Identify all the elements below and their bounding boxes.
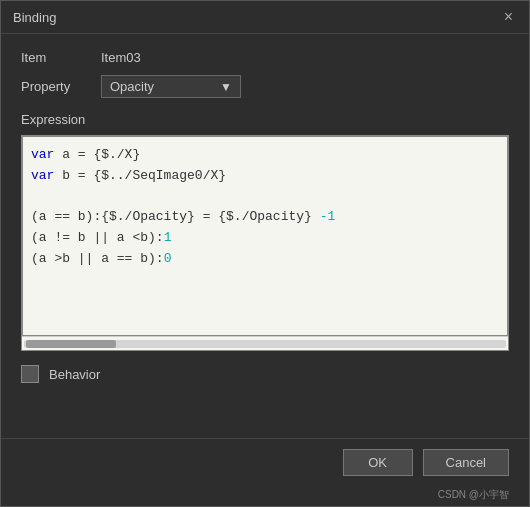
dialog-content: Item Item03 Property Opacity ▼ Expressio… bbox=[1, 34, 529, 438]
expression-section-label: Expression bbox=[21, 112, 509, 127]
expr-line-4: (a == b):{$./Opacity} = {$./Opacity} -1 bbox=[31, 207, 499, 228]
horizontal-scrollbar[interactable] bbox=[22, 336, 508, 350]
expression-editor-container: var a = {$./X} var b = {$../SeqImage0/X}… bbox=[21, 135, 509, 351]
property-row: Property Opacity ▼ bbox=[21, 75, 509, 98]
expr-line-2: var b = {$../SeqImage0/X} bbox=[31, 166, 499, 187]
expr-line-5: (a != b || a <b):1 bbox=[31, 228, 499, 249]
chevron-down-icon: ▼ bbox=[220, 80, 232, 94]
expr-line-3 bbox=[31, 187, 499, 208]
close-button[interactable]: × bbox=[500, 9, 517, 25]
property-label: Property bbox=[21, 79, 101, 94]
behavior-row: Behavior bbox=[21, 365, 509, 383]
item-row: Item Item03 bbox=[21, 50, 509, 65]
item-label: Item bbox=[21, 50, 101, 65]
expr-line-7 bbox=[31, 270, 499, 291]
behavior-label: Behavior bbox=[49, 367, 100, 382]
scrollbar-thumb[interactable] bbox=[26, 340, 116, 348]
button-row: OK Cancel bbox=[1, 438, 529, 486]
behavior-checkbox[interactable] bbox=[21, 365, 39, 383]
property-dropdown-value: Opacity bbox=[110, 79, 212, 94]
title-bar: Binding × bbox=[1, 1, 529, 34]
expr-line-6: (a >b || a == b):0 bbox=[31, 249, 499, 270]
scrollbar-track bbox=[24, 340, 506, 348]
property-dropdown[interactable]: Opacity ▼ bbox=[101, 75, 241, 98]
dialog-title: Binding bbox=[13, 10, 56, 25]
cancel-button[interactable]: Cancel bbox=[423, 449, 509, 476]
expr-line-1: var a = {$./X} bbox=[31, 145, 499, 166]
ok-button[interactable]: OK bbox=[343, 449, 413, 476]
watermark: CSDN @小宇智 bbox=[1, 486, 529, 506]
binding-dialog: Binding × Item Item03 Property Opacity ▼… bbox=[0, 0, 530, 507]
expression-editor[interactable]: var a = {$./X} var b = {$../SeqImage0/X}… bbox=[22, 136, 508, 336]
item-value: Item03 bbox=[101, 50, 141, 65]
